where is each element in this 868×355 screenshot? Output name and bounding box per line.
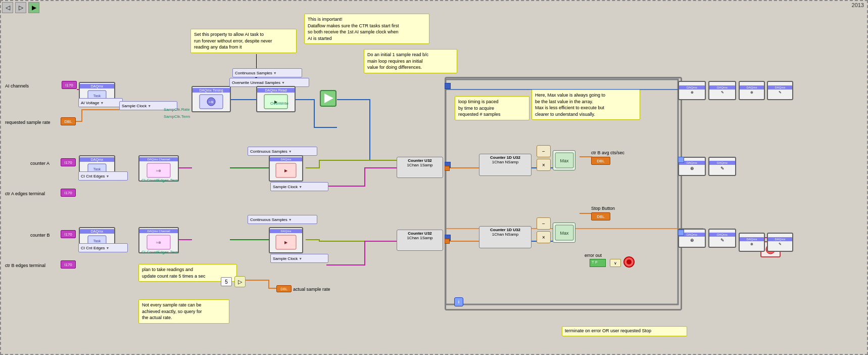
- cs2-arrow: ▼: [288, 150, 292, 153]
- daqmx-read-a: DAQmx ▶: [269, 155, 303, 182]
- vi-canvas: 2013 ◁ ▷ ▶: [0, 0, 868, 355]
- svg-text:≈⊕: ≈⊕: [156, 241, 161, 244]
- overwrite-label: OverWrite: [270, 101, 288, 106]
- daqmx-read-initial: DAQmx Read ▶: [256, 86, 296, 112]
- sample-clock-1-arrow: ▼: [148, 104, 151, 108]
- cs1-arrow: ▼: [273, 71, 277, 75]
- counter-1d-u32-nsamp-b: Counter 1D U32 1Chan NSamp: [479, 226, 532, 248]
- sc2-arrow: ▼: [299, 185, 302, 189]
- daqmx-final-out2: DAQmx ✎: [767, 81, 793, 100]
- comment-initial-read: Do an initial 1 sample read b/c main loo…: [364, 49, 457, 73]
- or-gate: ∨: [610, 259, 621, 267]
- comment-terminate: terminate on error OR user requested Sto…: [562, 326, 687, 336]
- main-while-loop: [445, 77, 682, 310]
- ctr-b-terminal-indicator: I170: [61, 260, 76, 269]
- daqmx-ctr-b-out2: DAQmx ✎: [708, 229, 736, 248]
- stop-button-label: error out: [585, 253, 602, 258]
- max-func-b: Max: [553, 223, 575, 243]
- actual-sample-label: actual sample rate: [293, 287, 330, 292]
- daqmx-final-ctr2: DAQmx ✎: [767, 233, 793, 252]
- year-label: 2013: [852, 2, 864, 8]
- daqmx-out-a1: DAQmx ⊕: [678, 81, 706, 100]
- ctr-a-edges-label: ctr A edges terminal: [5, 191, 45, 196]
- continuous-samples-1-enum[interactable]: Continuous Samples ▼: [232, 68, 302, 77]
- counter-u32-1samp-b: Counter U32 1Chan 1Samp: [397, 230, 443, 251]
- ctr-b-edges-label: ctr B edges terminal: [5, 263, 45, 268]
- daqmx-final-out1: DAQmx ⊕: [739, 81, 765, 100]
- cs3-arrow: ▼: [288, 218, 292, 221]
- ci-countedges-term-a: CI.CountEdges.Term: [141, 178, 179, 183]
- ci-countedges-term-b: CI.CountEdges.Term: [141, 250, 179, 254]
- ctr-a-terminal-indicator: I170: [61, 189, 76, 197]
- ctr-b-avg-dbl: DBL: [591, 212, 610, 220]
- daqmx-ctr-a-out2: DAQmx ✎: [708, 157, 736, 176]
- run-button[interactable]: ▶: [28, 2, 39, 13]
- sample-clock-2-enum[interactable]: Sample Clock ▼: [270, 182, 328, 191]
- constant-5: 5: [221, 277, 232, 286]
- svg-text:Max: Max: [560, 158, 569, 163]
- ctr-b-loop-in: [445, 239, 450, 244]
- multiply-b: ×: [537, 231, 551, 243]
- ci-cnt-b-arrow: ▼: [106, 246, 110, 250]
- ctr-a-avg-dbl: DBL: [591, 157, 610, 165]
- loop-top-left-sq: [445, 83, 451, 89]
- continuous-samples-2-enum[interactable]: Continuous Samples ▼: [248, 147, 317, 156]
- counter-b-label: counter B: [30, 233, 50, 238]
- svg-text:Task: Task: [93, 94, 101, 98]
- counter-a-label: counter A: [30, 161, 50, 166]
- ctr-b-avg-label: Stop Button: [591, 206, 615, 211]
- ai-voltage-arrow: ▼: [100, 101, 104, 105]
- sc3-arrow: ▼: [299, 257, 302, 260]
- comment-sample-rate: Not every sample rate can be achieved ex…: [138, 299, 229, 324]
- ctr-a-avg-label: ctr B avg cts/sec: [591, 150, 624, 155]
- forward-button[interactable]: ▷: [15, 2, 26, 13]
- counter-1d-u32-nsamp-a: Counter 1D U32 1Chan NSamp: [479, 154, 532, 176]
- max-func-a: Max: [553, 150, 575, 170]
- svg-text:≈⊕: ≈⊕: [209, 100, 214, 104]
- continuous-samples-3-enum[interactable]: Continuous Samples ▼: [248, 215, 317, 224]
- daqmx-out-a2: DAQmx ✎: [708, 81, 736, 100]
- ctr-a-loop-in: [445, 166, 450, 171]
- iter-terminal: i: [454, 297, 463, 306]
- req-sample-rate-label: requested sample rate: [5, 120, 51, 125]
- toolbar: ◁ ▷ ▶: [2, 2, 39, 13]
- counter-b-indicator: I170: [61, 230, 76, 238]
- svg-text:≈⊕: ≈⊕: [156, 169, 161, 172]
- sampclk-term-label: SampClk.Term: [164, 114, 190, 119]
- actual-sample-dbl: DBL: [276, 285, 292, 292]
- svg-text:Max: Max: [560, 231, 569, 236]
- daqmx-read-b: DAQmx ▶: [269, 227, 303, 253]
- stop-circle-icon: [626, 259, 632, 264]
- counter-a-indicator: I170: [61, 158, 76, 166]
- stop-circle-button[interactable]: [623, 256, 635, 268]
- multiply-a: ×: [537, 159, 551, 171]
- req-sample-dbl: DBL: [61, 117, 76, 125]
- ci-cnt-edges-a-enum[interactable]: CI Cnt Edges ▼: [78, 171, 128, 181]
- divide-node: ▷: [234, 276, 246, 287]
- svg-text:Task: Task: [93, 167, 101, 171]
- counter-u32-1samp-a: Counter U32 1Chan 1Samp: [397, 157, 443, 178]
- ai-channels-indicator: I170: [62, 81, 77, 89]
- daqmx-timing-block: DAQmx Timing ≈⊕: [191, 86, 231, 112]
- ai-channels-label: AI channels: [5, 83, 29, 88]
- svg-text:Task: Task: [93, 239, 101, 243]
- ow-arrow: ▼: [281, 81, 285, 84]
- green-indicator-area: [319, 90, 337, 107]
- ci-cnt-edges-b-enum[interactable]: CI Cnt Edges ▼: [78, 243, 128, 252]
- svg-text:▶: ▶: [284, 168, 288, 173]
- ai-voltage-enum[interactable]: AI Voltage ▼: [78, 98, 123, 107]
- sampclk-rate-label: SampClk.Rate: [164, 107, 190, 112]
- back-button[interactable]: ◁: [2, 2, 13, 13]
- subtract-b: −: [537, 217, 551, 230]
- comment-overwrite: Set this property to allow AI task to ru…: [190, 29, 297, 53]
- ci-cnt-a-arrow: ▼: [106, 174, 110, 178]
- sample-clock-3-enum[interactable]: Sample Clock ▼: [270, 254, 328, 263]
- stop-tf-indicator: T F: [590, 259, 606, 267]
- comment-dataflow: This is important! Dataflow makes sure t…: [304, 14, 429, 44]
- loop-right-sq-a: [678, 157, 684, 163]
- subtract-a: −: [537, 145, 551, 157]
- daqmx-final-ctr1: DAQmx ⊕: [739, 233, 765, 252]
- svg-text:▶: ▶: [284, 240, 288, 245]
- loop-right-sq-b: [678, 230, 684, 236]
